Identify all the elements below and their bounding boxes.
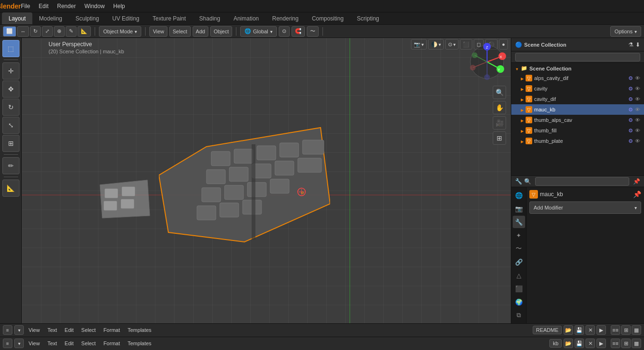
- item-expand-6[interactable]: [521, 128, 524, 133]
- bp2-format-btn[interactable]: Format: [100, 340, 123, 347]
- transform-dropdown[interactable]: 🌐 Global: [240, 26, 277, 37]
- bp2-save-btn[interactable]: 💾: [575, 339, 584, 348]
- toolbar-scale[interactable]: ⤢: [42, 26, 53, 37]
- tab-animation[interactable]: Animation: [227, 12, 265, 24]
- bp2-close-btn[interactable]: ✕: [585, 339, 595, 348]
- bp2-icon3[interactable]: ▦: [632, 339, 641, 348]
- toolbar-add-btn[interactable]: Add: [193, 26, 209, 37]
- tool-measure[interactable]: 📐: [2, 180, 20, 197]
- outliner-item-thumb-alps-cav[interactable]: ▽ thumb_alps_cav ⚙ 👁: [511, 115, 644, 125]
- tool-cursor[interactable]: ✛: [2, 62, 20, 80]
- tab-layout[interactable]: Layout: [2, 12, 32, 24]
- tab-uv-editing[interactable]: UV Editing: [106, 12, 146, 24]
- toolbar-move[interactable]: ↔: [17, 26, 29, 37]
- mode-dropdown[interactable]: Object Mode: [99, 26, 141, 37]
- outliner-item-cavity[interactable]: ▽ cavity ⚙ 👁: [511, 83, 644, 94]
- tool-transform[interactable]: ⊞: [2, 135, 20, 152]
- tab-compositing[interactable]: Compositing: [305, 12, 351, 24]
- bp1-save-btn[interactable]: 💾: [575, 325, 584, 335]
- options-dropdown[interactable]: Options: [610, 26, 641, 37]
- item-eye-4[interactable]: 👁: [635, 107, 640, 113]
- toolbar-measure[interactable]: 📐: [78, 26, 91, 37]
- tool-move[interactable]: ✥: [2, 80, 20, 98]
- toolbar-select-mode[interactable]: ⬜: [3, 26, 16, 37]
- toolbar-curve[interactable]: 〜: [307, 26, 319, 37]
- props-scene-btn[interactable]: 🌐: [513, 189, 525, 201]
- menu-file[interactable]: File: [17, 2, 34, 10]
- item-expand-2[interactable]: [521, 86, 524, 91]
- bp2-templates-btn[interactable]: Templates: [125, 340, 154, 347]
- zoom-in-btn[interactable]: 🔍: [493, 86, 506, 99]
- toolbar-rotate[interactable]: ↻: [30, 26, 41, 37]
- item-eye-5[interactable]: 👁: [635, 117, 640, 123]
- bp1-play-btn[interactable]: ▶: [596, 325, 606, 335]
- props-particles-btn[interactable]: ✦: [513, 229, 525, 241]
- toolbar-proportional[interactable]: ⊙: [279, 26, 290, 37]
- tab-shading[interactable]: Shading: [193, 12, 227, 24]
- bp1-icon2[interactable]: ⊞: [621, 325, 631, 335]
- bp2-view-btn[interactable]: View: [26, 340, 43, 347]
- props-search-input[interactable]: [535, 177, 629, 186]
- tool-select-box[interactable]: ⬚: [2, 40, 20, 57]
- props-physics-btn[interactable]: 〜: [513, 242, 525, 255]
- scene-collection-expand[interactable]: [515, 66, 519, 71]
- item-eye-6[interactable]: 👁: [635, 128, 640, 134]
- bp2-icon2[interactable]: ⊞: [621, 339, 631, 348]
- add-modifier-button[interactable]: Add Modifier: [529, 201, 641, 214]
- tab-sculpting[interactable]: Sculpting: [69, 12, 106, 24]
- props-obj-btn[interactable]: ⧉: [513, 309, 525, 321]
- tab-modeling[interactable]: Modeling: [32, 12, 69, 24]
- item-eye-2[interactable]: 👁: [635, 86, 640, 92]
- props-pin-btn[interactable]: 📌: [633, 190, 641, 198]
- props-render-btn[interactable]: 📷: [513, 202, 525, 215]
- outliner-item-thumb-plate[interactable]: ▽ thumb_plate ⚙ 👁: [511, 136, 644, 146]
- outliner-filter-icon[interactable]: ⚗: [628, 41, 634, 48]
- props-pin[interactable]: 📌: [633, 178, 640, 185]
- props-modifier-btn[interactable]: 🔧: [513, 216, 525, 228]
- pan-btn[interactable]: ✋: [493, 101, 506, 114]
- props-search[interactable]: 🔍: [524, 178, 531, 185]
- props-world-btn[interactable]: 🌍: [513, 296, 525, 308]
- bp2-play-btn[interactable]: ▶: [596, 339, 606, 348]
- tool-annotate[interactable]: ✏: [2, 157, 20, 174]
- toolbar-snap[interactable]: 🧲: [292, 26, 305, 37]
- bp2-edit-btn[interactable]: Edit: [62, 340, 77, 347]
- bp1-chevron-btn[interactable]: [14, 325, 24, 335]
- item-expand-3[interactable]: [521, 96, 524, 102]
- toolbar-select-btn[interactable]: Select: [169, 26, 191, 37]
- outliner-item-thumb-fill[interactable]: ▽ thumb_fill ⚙ 👁: [511, 125, 644, 136]
- tool-scale[interactable]: ⤡: [2, 117, 20, 134]
- bp1-templates-btn[interactable]: Templates: [125, 326, 154, 334]
- item-eye-7[interactable]: 👁: [635, 138, 640, 144]
- menu-render[interactable]: Render: [53, 2, 79, 10]
- item-expand-5[interactable]: [521, 117, 524, 123]
- navigation-gizmo[interactable]: X Y Z: [468, 43, 506, 81]
- bp1-open-btn[interactable]: 📂: [564, 325, 573, 335]
- props-constraints-btn[interactable]: 🔗: [513, 256, 525, 268]
- bp1-close-btn[interactable]: ✕: [585, 325, 595, 335]
- bp2-chevron-btn[interactable]: [14, 339, 24, 348]
- bp2-mode-btn[interactable]: ≡: [3, 339, 12, 348]
- item-eye-1[interactable]: 👁: [635, 75, 640, 81]
- menu-help[interactable]: Help: [109, 2, 129, 10]
- bp1-select-btn[interactable]: Select: [78, 326, 99, 334]
- bp1-view-btn[interactable]: View: [26, 326, 43, 334]
- bp2-open-btn[interactable]: 📂: [564, 339, 573, 348]
- item-expand-7[interactable]: [521, 138, 524, 144]
- tab-rendering[interactable]: Rendering: [265, 12, 305, 24]
- tab-scripting[interactable]: Scripting: [350, 12, 386, 24]
- toolbar-object-btn[interactable]: Object: [210, 26, 232, 37]
- props-data-btn[interactable]: △: [513, 269, 525, 281]
- item-eye-3[interactable]: 👁: [635, 96, 640, 102]
- camera-btn[interactable]: 🎥: [493, 116, 506, 130]
- menu-window[interactable]: Window: [80, 2, 108, 10]
- props-material-btn[interactable]: ⬛: [513, 282, 525, 295]
- toolbar-annotate[interactable]: ✎: [66, 26, 77, 37]
- bp1-mode-btn[interactable]: ≡: [3, 325, 12, 335]
- outliner-item-alps-cavity-dif[interactable]: ▽ alps_cavity_dif ⚙ 👁: [511, 73, 644, 83]
- item-expand-1[interactable]: [521, 75, 524, 81]
- toolbar-transform[interactable]: ⊕: [54, 26, 65, 37]
- outliner-item-mauc-kb[interactable]: ▽ mauc_kb ⚙ 👁: [511, 104, 644, 115]
- bp1-edit-btn[interactable]: Edit: [62, 326, 77, 334]
- bp2-text-btn[interactable]: Text: [45, 340, 60, 347]
